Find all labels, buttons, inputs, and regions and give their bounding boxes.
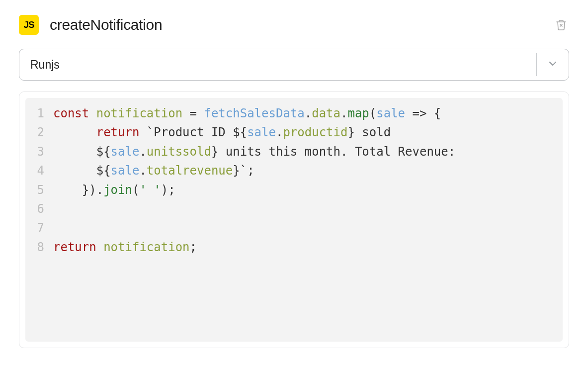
line-number: 2	[25, 123, 53, 142]
code-line: 3 ${sale.unitssold} units this month. To…	[25, 142, 563, 161]
code-line: 5 }).join(' ');	[25, 181, 563, 199]
code-content[interactable]: ${sale.unitssold} units this month. Tota…	[53, 142, 563, 161]
code-line: 6	[25, 199, 563, 218]
code-line: 7	[25, 218, 563, 237]
code-content[interactable]	[53, 218, 563, 237]
line-number: 3	[25, 142, 53, 161]
header-row: JS createNotification	[19, 15, 569, 35]
line-number: 6	[25, 199, 53, 218]
js-badge: JS	[19, 15, 39, 35]
chevron-down-icon	[547, 58, 559, 72]
code-content[interactable]: return `Product ID ${sale.productid} sol…	[53, 123, 563, 142]
code-content[interactable]: }).join(' ');	[53, 181, 563, 199]
delete-button[interactable]	[553, 16, 569, 33]
code-line: 2 return `Product ID ${sale.productid} s…	[25, 123, 563, 142]
js-badge-text: JS	[23, 19, 34, 30]
dropdown-toggle[interactable]	[537, 49, 569, 80]
code-content[interactable]	[53, 199, 563, 218]
code-line: 1const notification = fetchSalesData.dat…	[25, 104, 563, 123]
trash-icon	[555, 18, 567, 31]
runner-dropdown[interactable]: Runjs	[19, 49, 569, 81]
line-number: 5	[25, 181, 53, 199]
header-left: JS createNotification	[19, 15, 162, 35]
code-content[interactable]: ${sale.totalrevenue}`;	[53, 161, 563, 180]
code-content[interactable]: const notification = fetchSalesData.data…	[53, 104, 563, 123]
line-number: 1	[25, 104, 53, 123]
line-number: 4	[25, 161, 53, 180]
page-title: createNotification	[50, 16, 162, 33]
code-content[interactable]: return notification;	[53, 238, 563, 257]
line-number: 8	[25, 238, 53, 257]
runner-dropdown-label: Runjs	[19, 49, 536, 80]
code-card: 1const notification = fetchSalesData.dat…	[19, 92, 569, 348]
code-line: 8return notification;	[25, 238, 563, 257]
code-editor[interactable]: 1const notification = fetchSalesData.dat…	[25, 98, 563, 342]
line-number: 7	[25, 218, 53, 237]
code-line: 4 ${sale.totalrevenue}`;	[25, 161, 563, 180]
